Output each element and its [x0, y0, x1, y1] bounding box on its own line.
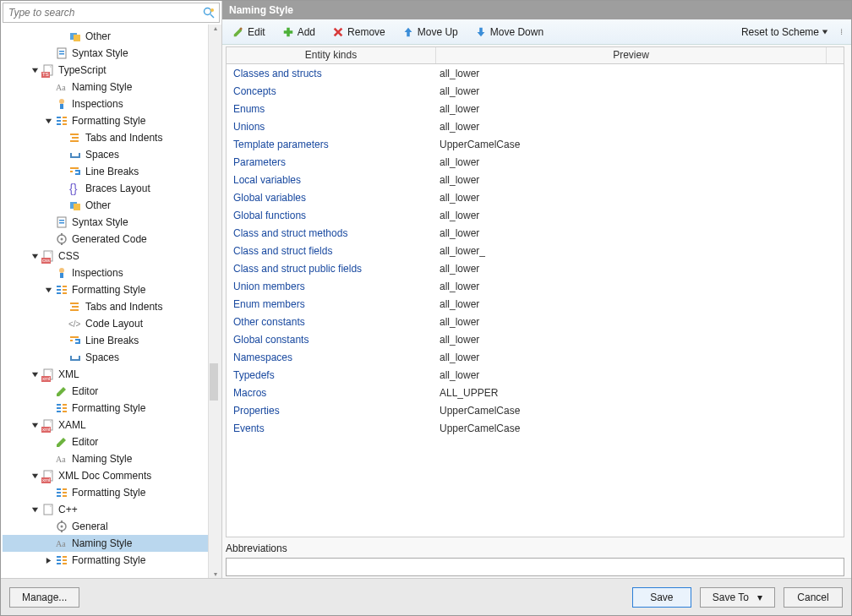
tree-item[interactable]: Formatting Style	[3, 552, 208, 569]
tree-item[interactable]: xmlXML	[3, 366, 208, 383]
tree-item[interactable]: Other	[3, 28, 208, 45]
tree-item-label: Braces Layout	[85, 183, 150, 194]
tree-expand-icon[interactable]	[30, 504, 40, 515]
entity-cell: Global functions	[227, 210, 436, 221]
tree-item[interactable]: C++	[3, 501, 208, 518]
tree-item[interactable]: Formatting Style	[3, 281, 208, 298]
tree-expand-icon[interactable]	[30, 471, 40, 481]
table-row[interactable]: Union membersall_lower	[227, 277, 844, 295]
spaces-icon	[68, 148, 82, 161]
manage-button[interactable]: Manage...	[9, 587, 79, 608]
tree-item[interactable]: Line Breaks	[3, 332, 208, 349]
save-button[interactable]: Save	[632, 587, 691, 608]
preview-cell: all_lower	[436, 352, 844, 363]
tree-item-label: TypeScript	[58, 64, 106, 76]
tree-item[interactable]: Naming Style	[3, 450, 208, 467]
table-row[interactable]: Parametersall_lower	[227, 153, 844, 171]
tree-item-label: Generated Code	[72, 233, 147, 245]
table-row[interactable]: Unionsall_lower	[227, 117, 844, 135]
tree-item[interactable]: Braces Layout	[3, 180, 208, 197]
tree-item[interactable]: xmlXML Doc Comments	[3, 467, 208, 484]
tree-item[interactable]: Other	[3, 197, 208, 214]
preview-cell: all_lower	[436, 281, 844, 292]
tree-item[interactable]: Formatting Style	[3, 112, 208, 129]
tree-expand-icon	[43, 403, 53, 413]
tree-item[interactable]: General	[3, 518, 208, 535]
tree-item[interactable]: cssCSS	[3, 248, 208, 264]
search-input[interactable]	[3, 7, 202, 19]
abbreviations-input[interactable]	[226, 558, 844, 576]
format-icon	[55, 553, 68, 567]
entity-cell: Global variables	[227, 192, 436, 204]
edit-button[interactable]: Edit	[229, 25, 269, 40]
entity-cell: Other constants	[227, 316, 436, 328]
tree-expand-icon	[57, 200, 67, 210]
remove-button[interactable]: Remove	[329, 25, 389, 40]
table-row[interactable]: Typedefsall_lower	[227, 366, 844, 384]
table-row[interactable]: Class and struct methodsall_lower	[227, 224, 844, 242]
tree-item[interactable]: Naming Style	[3, 535, 208, 552]
add-button[interactable]: Add	[279, 25, 319, 40]
tree-expand-icon[interactable]	[30, 420, 40, 430]
tree-item[interactable]: Line Breaks	[3, 163, 208, 180]
tree-item[interactable]: Syntax Style	[3, 45, 208, 62]
settings-tree[interactable]: OtherSyntax StyleTSTypeScriptNaming Styl…	[1, 25, 208, 578]
preview-cell: all_lower	[436, 334, 844, 346]
table-row[interactable]: MacrosALL_UPPER	[227, 384, 844, 401]
tree-scrollbar[interactable]: ▴ ▾	[208, 25, 221, 578]
tree-expand-icon[interactable]	[43, 555, 53, 565]
table-row[interactable]: Classes and structsall_lower	[227, 64, 844, 82]
tree-item[interactable]: Code Layout	[3, 315, 208, 332]
tree-expand-icon	[43, 521, 53, 532]
tree-item[interactable]: Formatting Style	[3, 400, 208, 417]
tree-item[interactable]: Editor	[3, 383, 208, 400]
tree-expand-icon[interactable]	[43, 285, 53, 295]
table-row[interactable]: Global variablesall_lower	[227, 188, 844, 206]
tree-item[interactable]: Spaces	[3, 146, 208, 163]
table-row[interactable]: Local variablesall_lower	[227, 171, 844, 188]
table-row[interactable]: Template parametersUpperCamelCase	[227, 135, 844, 153]
move-up-button[interactable]: Move Up	[399, 25, 462, 40]
cancel-button[interactable]: Cancel	[784, 587, 843, 608]
move-down-button[interactable]: Move Down	[472, 25, 547, 40]
tree-item[interactable]: Naming Style	[3, 79, 208, 95]
table-row[interactable]: Conceptsall_lower	[227, 82, 844, 100]
tree-item[interactable]: Tabs and Indents	[3, 129, 208, 146]
splitter-handle[interactable]	[210, 363, 218, 401]
tree-item[interactable]: xmlXAML	[3, 417, 208, 433]
tree-item[interactable]: Editor	[3, 433, 208, 450]
col-preview[interactable]: Preview	[436, 47, 827, 63]
table-row[interactable]: EventsUpperCamelCase	[227, 419, 844, 437]
tree-item[interactable]: TSTypeScript	[3, 62, 208, 79]
table-row[interactable]: Namespacesall_lower	[227, 348, 844, 366]
tree-item[interactable]: Spaces	[3, 349, 208, 366]
tree-expand-icon	[43, 386, 53, 396]
preview-cell: all_lower	[436, 192, 844, 204]
table-row[interactable]: Other constantsall_lower	[227, 313, 844, 330]
xml-icon: xml	[41, 469, 55, 482]
toolbar-overflow-icon[interactable]: ⁞	[838, 27, 844, 36]
tree-expand-icon[interactable]	[30, 369, 40, 379]
save-to-button[interactable]: Save To▾	[700, 587, 775, 608]
tree-item[interactable]: Tabs and Indents	[3, 298, 208, 315]
table-row[interactable]: PropertiesUpperCamelCase	[227, 401, 844, 419]
table-row[interactable]: Class and struct fieldsall_lower_	[227, 242, 844, 259]
tree-item[interactable]: Inspections	[3, 95, 208, 112]
table-row[interactable]: Enum membersall_lower	[227, 295, 844, 313]
preview-cell: all_lower	[436, 103, 844, 115]
tree-item[interactable]: Syntax Style	[3, 214, 208, 231]
table-row[interactable]: Global constantsall_lower	[227, 330, 844, 348]
tree-expand-icon[interactable]	[30, 65, 40, 75]
tree-expand-icon[interactable]	[30, 251, 40, 261]
move-down-label: Move Down	[490, 26, 543, 38]
table-row[interactable]: Global functionsall_lower	[227, 206, 844, 224]
reset-to-scheme-button[interactable]: Reset to Scheme	[741, 26, 828, 38]
tree-item[interactable]: Formatting Style	[3, 484, 208, 501]
tree-item[interactable]: Generated Code	[3, 231, 208, 248]
tree-item[interactable]: Inspections	[3, 264, 208, 281]
col-entity-kinds[interactable]: Entity kinds	[227, 47, 436, 63]
search-icon[interactable]	[202, 6, 216, 19]
tree-expand-icon[interactable]	[43, 116, 53, 126]
table-row[interactable]: Class and struct public fieldsall_lower	[227, 259, 844, 277]
table-row[interactable]: Enumsall_lower	[227, 100, 844, 117]
